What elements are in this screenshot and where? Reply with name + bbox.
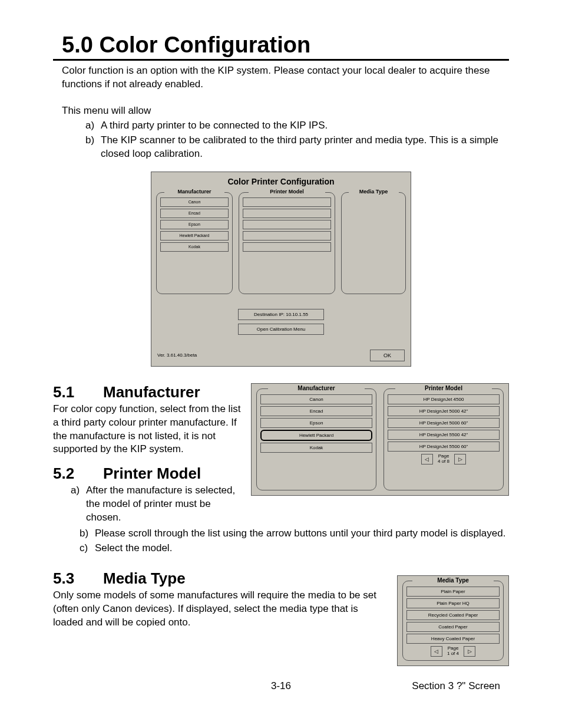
section-number: 5.1 [53, 383, 103, 401]
page-next-button[interactable]: ▷ [464, 646, 475, 657]
printer-model-option[interactable]: HP DesignJet 5000 42" [388, 406, 500, 416]
manufacturer-option[interactable]: Canon [260, 394, 372, 404]
media-type-option[interactable]: Recycled Coated Paper [406, 610, 500, 620]
col-header-printer-model: Printer Model [395, 385, 492, 391]
printer-model-option[interactable] [243, 231, 331, 241]
media-type-option[interactable]: Coated Paper [406, 622, 500, 632]
section-body: Only some models of some manufactures wi… [53, 589, 389, 630]
printer-model-option[interactable]: HP DesignJet 4500 [388, 394, 500, 404]
manufacturer-option[interactable]: Hewlett Packard [160, 231, 229, 241]
list-item: a)After the manufacture is selected, the… [71, 484, 243, 525]
page-prev-button[interactable]: ◁ [421, 454, 433, 465]
section-label: Section 3 ?" Screen [354, 680, 500, 692]
manufacturer-option[interactable]: Encad [160, 209, 229, 218]
section-body: For color copy function, select from the… [53, 403, 243, 457]
list-item: a)A third party printer to be connected … [85, 119, 509, 133]
printer-model-panel: Printer Model [239, 192, 335, 294]
triangle-right-icon: ▷ [458, 456, 462, 462]
page-prev-button[interactable]: ◁ [431, 646, 442, 657]
media-type-panel: Media Type Plain Paper Plain Paper HQ Re… [402, 581, 504, 661]
media-type-option[interactable]: Plain Paper HQ [406, 598, 500, 608]
triangle-right-icon: ▷ [468, 648, 472, 654]
figure-color-printer-config: Color Printer Configuration Manufacturer… [151, 172, 411, 367]
menu-intro: This menu will allow [62, 104, 509, 118]
manufacturer-option[interactable]: Epson [160, 220, 229, 229]
page-number: 3-16 [208, 680, 354, 692]
triangle-left-icon: ◁ [434, 648, 438, 654]
col-header-media-type: Media Type [412, 577, 494, 584]
page-next-button[interactable]: ▷ [454, 454, 466, 465]
manufacturer-option[interactable]: Epson [260, 418, 372, 428]
printer-model-option[interactable]: HP DesignJet 5000 60" [388, 418, 500, 428]
triangle-left-icon: ◁ [425, 456, 429, 462]
section-title: Media Type [103, 569, 186, 588]
figure-media-type: Media Type Plain Paper Plain Paper HQ Re… [397, 575, 509, 666]
section-number: 5.2 [53, 465, 103, 483]
ok-button[interactable]: OK [370, 350, 405, 361]
media-type-option[interactable]: Heavy Coated Paper [406, 634, 500, 644]
destination-ip-button[interactable]: Destination IP: 10.10.1.55 [238, 309, 324, 320]
printer-model-option[interactable] [243, 242, 331, 252]
printer-model-option[interactable]: HP DesignJet 5500 60" [388, 442, 500, 452]
printer-model-option[interactable] [243, 209, 331, 218]
list-item: b)Please scroll through the list using t… [80, 527, 509, 541]
printer-model-option[interactable]: HP DesignJet 5500 42" [388, 430, 500, 440]
intro-text: Color function is an option with the KIP… [62, 64, 509, 91]
page-footer: 3-16 Section 3 ?" Screen [62, 680, 500, 692]
manufacturer-option[interactable]: Kodak [260, 443, 372, 453]
printer-model-panel: Printer Model HP DesignJet 4500 HP Desig… [384, 388, 504, 490]
printer-model-steps-cont: b)Please scroll through the list using t… [80, 527, 509, 555]
list-item: c)Select the model. [80, 542, 509, 555]
section-title: Manufacturer [103, 383, 200, 401]
col-header-printer-model: Printer Model [249, 189, 326, 195]
printer-model-option[interactable] [243, 197, 331, 207]
manufacturer-option-selected[interactable]: Hewlett Packard [260, 430, 372, 441]
media-type-option[interactable]: Plain Paper [406, 587, 500, 597]
section-5-1: 5.1 Manufacturer For color copy function… [53, 383, 509, 526]
col-header-manufacturer: Manufacturer [268, 385, 365, 391]
manufacturer-option[interactable]: Kodak [160, 242, 229, 252]
col-header-manufacturer: Manufacturer [164, 189, 224, 195]
figure-manufacturer-model: Manufacturer Canon Encad Epson Hewlett P… [251, 383, 509, 496]
manufacturer-panel: Manufacturer Canon Encad Epson Hewlett P… [156, 192, 233, 294]
version-label: Ver. 3.61.40.3/beta [157, 353, 197, 358]
section-title: Printer Model [103, 465, 201, 483]
media-type-panel: Media Type [341, 192, 406, 294]
printer-model-option[interactable] [243, 220, 331, 229]
printer-model-steps: a)After the manufacture is selected, the… [71, 484, 243, 525]
col-header-media-type: Media Type [349, 189, 399, 195]
open-calibration-button[interactable]: Open Calibration Menu [238, 324, 324, 335]
manufacturer-option[interactable]: Canon [160, 197, 229, 207]
list-item: b)The KIP scanner to be calibrated to th… [85, 134, 509, 161]
manufacturer-panel: Manufacturer Canon Encad Epson Hewlett P… [256, 388, 376, 490]
page-indicator: Page4 of 8 [438, 454, 449, 465]
section-number: 5.3 [53, 569, 103, 588]
page-indicator: Page1 of 4 [447, 646, 459, 657]
manufacturer-option[interactable]: Encad [260, 406, 372, 416]
section-5-3: 5.3 Media Type Only some models of some … [53, 569, 509, 666]
menu-list: a)A third party printer to be connected … [85, 119, 509, 161]
page-title: 5.0 Color Configuration [53, 32, 509, 61]
